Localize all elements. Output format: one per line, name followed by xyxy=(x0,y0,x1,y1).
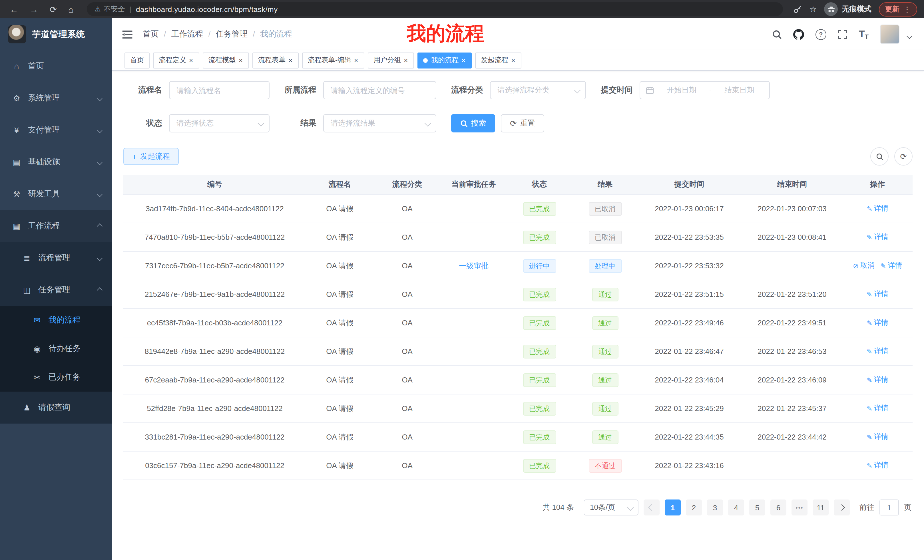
current-task-link[interactable]: 一级审批 xyxy=(459,261,489,271)
fullscreen-icon[interactable] xyxy=(838,29,848,39)
cell-end-time: 2022-01-22 23:49:51 xyxy=(741,309,843,337)
sidebar-item-process-management[interactable]: ≣ 流程管理 xyxy=(0,242,112,274)
user-avatar[interactable] xyxy=(880,24,900,44)
tab-my-process[interactable]: 我的流程 × xyxy=(417,52,472,68)
address-bar[interactable]: ⚠ 不安全 | dashboard.yudao.iocoder.cn/bpm/t… xyxy=(87,2,783,16)
sidebar-item-todo-tasks[interactable]: ◉ 待办任务 xyxy=(0,334,112,363)
result-select[interactable]: 请选择流结果 xyxy=(323,114,436,132)
close-icon[interactable]: × xyxy=(288,56,293,64)
tab-start-process[interactable]: 发起流程 × xyxy=(475,52,521,68)
breadcrumb-item[interactable]: 我的流程 xyxy=(260,29,292,39)
detail-link[interactable]: 详情 xyxy=(880,261,902,271)
sidebar-item-workflow[interactable]: ▦ 工作流程 xyxy=(0,210,112,242)
close-icon[interactable]: × xyxy=(461,56,466,64)
sidebar-item-leave-query[interactable]: ♟ 请假查询 xyxy=(0,392,112,424)
search-icon[interactable] xyxy=(772,29,782,39)
page-button[interactable]: 5 xyxy=(749,500,765,515)
breadcrumb-item[interactable]: 工作流程 xyxy=(171,29,216,39)
detail-link[interactable]: 详情 xyxy=(867,404,888,413)
close-icon[interactable]: × xyxy=(403,56,408,64)
create-process-button[interactable]: + 发起流程 xyxy=(123,148,179,165)
detail-link[interactable]: 详情 xyxy=(867,204,888,214)
plus-icon: + xyxy=(132,152,137,161)
page-size-select[interactable]: 10条/页 xyxy=(584,500,639,515)
refresh-table-button[interactable]: ⟳ xyxy=(894,147,913,166)
app-logo[interactable]: 芋道管理系统 xyxy=(0,18,112,50)
browser-reload-icon[interactable]: ⟳ xyxy=(47,5,60,13)
page-button[interactable]: 11 xyxy=(813,500,829,515)
process-name-input[interactable] xyxy=(169,81,270,99)
tab-process-form[interactable]: 流程表单 × xyxy=(252,52,298,68)
goto-page-input[interactable] xyxy=(879,500,899,515)
status-tag: 已完成 xyxy=(523,231,556,244)
process-definition-input[interactable] xyxy=(323,81,436,99)
detail-link[interactable]: 详情 xyxy=(867,289,888,299)
page-button[interactable]: 2 xyxy=(686,500,702,515)
refresh-icon: ⟳ xyxy=(510,119,516,127)
status-select[interactable]: 请选择状态 xyxy=(169,114,270,132)
detail-link[interactable]: 详情 xyxy=(867,432,888,442)
font-size-icon[interactable]: TT xyxy=(859,28,868,40)
table-row: 67c2eaab-7b9a-11ec-a290-acde48001122 OA … xyxy=(123,366,913,394)
sidebar-item-system[interactable]: ⚙ 系统管理 xyxy=(0,82,112,114)
close-icon[interactable]: × xyxy=(189,56,194,64)
detail-link[interactable]: 详情 xyxy=(867,461,888,470)
page-button[interactable]: ••• xyxy=(792,500,807,515)
annotation-text: 我的流程 xyxy=(406,21,484,47)
sidebar-item-devtools[interactable]: ⚒ 研发工具 xyxy=(0,178,112,210)
toggle-search-button[interactable] xyxy=(870,147,889,166)
detail-link[interactable]: 详情 xyxy=(867,318,888,328)
sidebar-item-home[interactable]: ⌂ 首页 xyxy=(0,50,112,82)
tab-home[interactable]: 首页 × xyxy=(124,52,150,68)
next-page-button[interactable] xyxy=(834,500,850,515)
close-icon[interactable]: × xyxy=(238,56,243,64)
security-warning[interactable]: ⚠ 不安全 xyxy=(94,4,125,14)
menu-item-label: 研发工具 xyxy=(28,189,60,199)
bookmark-star-icon[interactable]: ☆ xyxy=(810,4,817,14)
browser-menu-icon[interactable]: ⋮ xyxy=(903,5,911,13)
page-button[interactable]: 6 xyxy=(770,500,786,515)
tab-process-model[interactable]: 流程模型 × xyxy=(203,52,249,68)
browser-back-icon[interactable]: ← xyxy=(7,5,21,13)
search-button[interactable]: 搜索 xyxy=(451,114,495,132)
page-button[interactable]: 1 xyxy=(665,500,681,515)
tab-process-definition[interactable]: 流程定义 × xyxy=(153,52,199,68)
reset-button[interactable]: ⟳ 重置 xyxy=(501,114,544,132)
sidebar-item-done-tasks[interactable]: ✂ 已办任务 xyxy=(0,363,112,392)
result-tag: 不通过 xyxy=(588,459,622,472)
help-icon[interactable]: ? xyxy=(816,29,826,40)
prev-page-button[interactable] xyxy=(644,500,660,515)
sidebar-item-my-process[interactable]: ✉ 我的流程 xyxy=(0,306,112,334)
tab-label: 流程模型 xyxy=(208,55,236,65)
breadcrumb-item[interactable]: 首页 xyxy=(143,29,171,39)
category-select[interactable]: 请选择流程分类 xyxy=(490,81,586,99)
browser-forward-icon[interactable]: → xyxy=(27,5,41,13)
calendar-icon xyxy=(646,86,654,94)
filter-label-category: 流程分类 xyxy=(451,85,490,95)
detail-link[interactable]: 详情 xyxy=(867,232,888,242)
close-icon[interactable]: × xyxy=(510,56,516,64)
tab-process-form-edit[interactable]: 流程表单-编辑 × xyxy=(302,52,364,68)
submit-time-range[interactable]: 开始日期 - 结束日期 xyxy=(640,81,770,99)
status-tag: 已完成 xyxy=(523,430,556,444)
cancel-link[interactable]: 取消 xyxy=(853,261,874,271)
browser-update-button[interactable]: 更新 ⋮ xyxy=(879,2,917,16)
page-button[interactable]: 3 xyxy=(707,500,723,515)
url-text: dashboard.yudao.iocoder.cn/bpm/task/my xyxy=(136,5,278,13)
browser-home-icon[interactable]: ⌂ xyxy=(65,5,76,13)
cell-category: OA xyxy=(374,337,441,365)
breadcrumb-item[interactable]: 任务管理 xyxy=(216,29,260,39)
detail-link[interactable]: 详情 xyxy=(867,346,888,356)
sidebar-item-payment[interactable]: ¥ 支付管理 xyxy=(0,114,112,146)
column-header: 编号 xyxy=(123,175,306,194)
detail-link[interactable]: 详情 xyxy=(867,375,888,385)
sidebar-item-task-management[interactable]: ◫ 任务管理 xyxy=(0,274,112,306)
page-button[interactable]: 4 xyxy=(728,500,744,515)
sidebar-item-infrastructure[interactable]: ▤ 基础设施 xyxy=(0,146,112,178)
github-icon[interactable] xyxy=(793,29,804,40)
close-icon[interactable]: × xyxy=(354,56,358,64)
password-key-icon[interactable] xyxy=(794,5,802,13)
cell-submit-time: 2022-01-22 23:51:15 xyxy=(638,280,741,308)
tab-user-group[interactable]: 用户分组 × xyxy=(368,52,414,68)
hamburger-icon[interactable] xyxy=(122,30,132,39)
